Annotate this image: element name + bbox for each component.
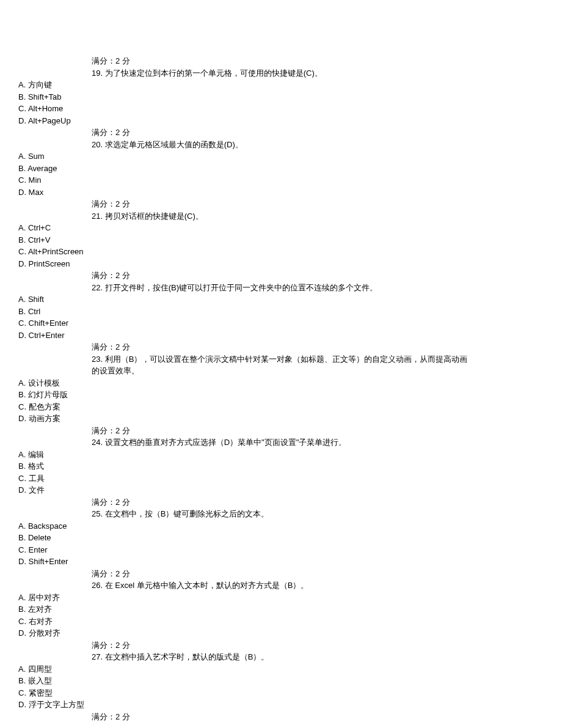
option-23-b: B. 幻灯片母版 [18, 389, 544, 401]
option-21-b: B. Ctrl+V [18, 234, 544, 246]
option-21-d: D. PrintScreen [18, 258, 544, 270]
score-line-21: 满分：2 分 [92, 270, 544, 282]
option-23-d: D. 动画方案 [18, 413, 544, 425]
question-23-cont: 的设置效率。 [92, 365, 544, 377]
option-23-c: C. 配色方案 [18, 401, 544, 413]
question-text: 利用（B），可以设置在整个演示文稿中针对某一对象（如标题、正文等）的自定义动画，… [105, 355, 468, 364]
option-24-c: C. 工具 [18, 472, 544, 485]
question-number: 22. [92, 283, 103, 292]
option-21-a: A. Ctrl+C [18, 222, 544, 234]
question-number: 23. [92, 355, 103, 364]
question-number: 25. [92, 509, 103, 518]
question-20: 20. 求选定单元格区域最大值的函数是(D)。 [92, 139, 544, 151]
score-line-27: 满分：2 分 [92, 711, 544, 723]
option-19-b: B. Shift+Tab [18, 91, 544, 103]
option-20-a: A. Sum [18, 150, 544, 163]
option-23-a: A. 设计模板 [18, 377, 544, 389]
option-25-b: B. Delete [18, 532, 544, 544]
score-line-23: 满分：2 分 [92, 425, 544, 437]
option-21-c: C. Alt+PrintScreen [18, 246, 544, 258]
score-line-22: 满分：2 分 [92, 341, 544, 353]
score-line-26: 满分：2 分 [92, 639, 544, 652]
option-27-b: B. 嵌入型 [18, 675, 544, 687]
score-line-19: 满分：2 分 [92, 127, 544, 139]
option-27-a: A. 四周型 [18, 663, 544, 675]
question-24: 24. 设置文档的垂直对齐方式应选择（D）菜单中"页面设置"子菜单进行。 [92, 436, 544, 449]
option-20-b: B. Average [18, 163, 544, 175]
option-19-d: D. Alt+PageUp [18, 115, 544, 127]
question-number: 24. [92, 438, 103, 447]
option-20-d: D. Max [18, 186, 544, 199]
option-24-a: A. 编辑 [18, 449, 544, 461]
question-text: 在文档中，按（B）键可删除光标之后的文本。 [105, 509, 269, 518]
question-21: 21. 拷贝对话框的快捷键是(C)。 [92, 210, 544, 222]
question-number: 19. [92, 68, 103, 78]
option-25-d: D. Shift+Enter [18, 556, 544, 568]
option-22-a: A. Shift [18, 293, 544, 306]
question-number: 26. [92, 581, 103, 590]
question-text: 打开文件时，按住(B)键可以打开位于同一文件夹中的位置不连续的多个文件。 [105, 283, 378, 292]
score-line-20: 满分：2 分 [92, 198, 544, 210]
question-text: 设置文档的垂直对齐方式应选择（D）菜单中"页面设置"子菜单进行。 [105, 438, 347, 447]
score-line-before-19: 满分：2 分 [92, 55, 544, 67]
option-24-d: D. 文件 [18, 484, 544, 496]
question-text: 在 Excel 单元格中输入文本时，默认的对齐方式是（B）。 [105, 581, 309, 590]
option-27-c: C. 紧密型 [18, 687, 544, 699]
option-26-a: A. 居中对齐 [18, 592, 544, 604]
question-19: 19. 为了快速定位到本行的第一个单元格，可使用的快捷键是(C)。 [92, 67, 544, 79]
option-24-b: B. 格式 [18, 460, 544, 472]
option-25-a: A. Backspace [18, 520, 544, 532]
option-19-a: A. 方向键 [18, 79, 544, 91]
question-22: 22. 打开文件时，按住(B)键可以打开位于同一文件夹中的位置不连续的多个文件。 [92, 282, 544, 294]
score-line-24: 满分：2 分 [92, 496, 544, 509]
question-text: 拷贝对话框的快捷键是(C)。 [105, 211, 203, 221]
question-26: 26. 在 Excel 单元格中输入文本时，默认的对齐方式是（B）。 [92, 579, 544, 592]
question-text: 为了快速定位到本行的第一个单元格，可使用的快捷键是(C)。 [105, 68, 323, 78]
option-26-b: B. 左对齐 [18, 603, 544, 616]
question-number: 21. [92, 211, 103, 221]
option-27-d: D. 浮于文字上方型 [18, 699, 544, 711]
question-text: 求选定单元格区域最大值的函数是(D)。 [105, 140, 243, 149]
option-22-c: C. Chift+Enter [18, 317, 544, 329]
question-number: 20. [92, 140, 103, 149]
question-text: 在文档中插入艺术字时，默认的版式是（B）。 [105, 652, 269, 661]
option-26-d: D. 分散对齐 [18, 627, 544, 639]
question-23: 23. 利用（B），可以设置在整个演示文稿中针对某一对象（如标题、正文等）的自定… [92, 353, 544, 366]
option-22-b: B. Ctrl [18, 306, 544, 318]
option-22-d: D. Ctrl+Enter [18, 329, 544, 342]
question-27: 27. 在文档中插入艺术字时，默认的版式是（B）。 [92, 651, 544, 663]
option-20-c: C. Min [18, 174, 544, 186]
option-25-c: C. Enter [18, 544, 544, 556]
score-line-25: 满分：2 分 [92, 568, 544, 580]
option-26-c: C. 右对齐 [18, 616, 544, 628]
question-number: 27. [92, 652, 103, 661]
question-25: 25. 在文档中，按（B）键可删除光标之后的文本。 [92, 508, 544, 520]
option-19-c: C. Alt+Home [18, 103, 544, 115]
